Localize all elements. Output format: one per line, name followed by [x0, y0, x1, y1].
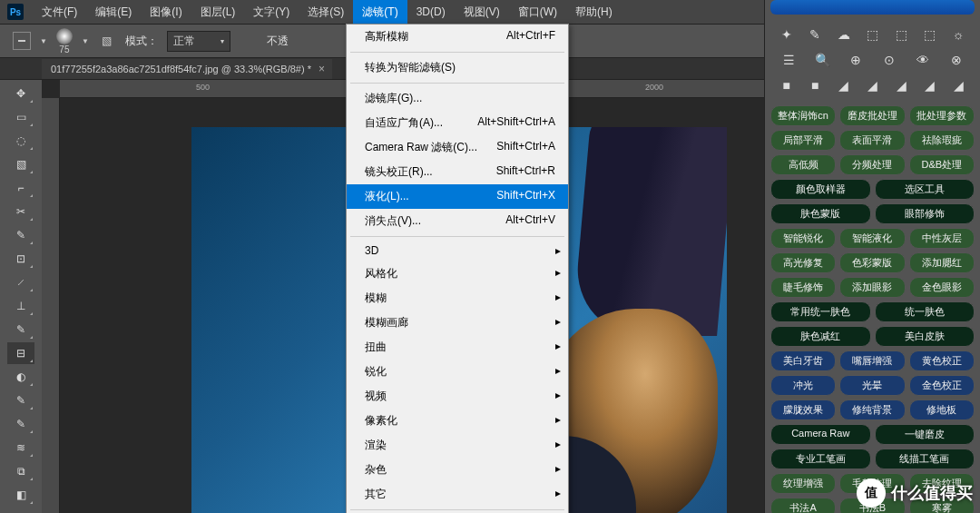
- panel-icon[interactable]: ☁: [835, 25, 853, 44]
- menu-item[interactable]: 窗口(W): [509, 0, 566, 24]
- menu-item[interactable]: 滤镜库(G)...: [347, 86, 568, 111]
- panel-icon[interactable]: ◢: [835, 76, 853, 94]
- action-pill[interactable]: 一键磨皮: [875, 424, 975, 445]
- panel-icon[interactable]: 👁: [914, 51, 932, 69]
- menu-item[interactable]: 自适应广角(A)...Alt+Shift+Ctrl+A: [347, 111, 568, 135]
- menu-item[interactable]: 帮助(H): [566, 0, 622, 24]
- menu-item[interactable]: 选择(S): [299, 0, 353, 24]
- tool-button[interactable]: ◧: [7, 484, 34, 506]
- menu-item[interactable]: 液化(L)...Shift+Ctrl+X: [347, 184, 568, 209]
- panel-icon[interactable]: ⬚: [921, 25, 939, 44]
- action-pill[interactable]: 黄色校正: [909, 350, 975, 371]
- action-pill[interactable]: 嘴唇增强: [839, 350, 905, 371]
- menu-item[interactable]: 图层(L): [191, 0, 245, 24]
- tool-button[interactable]: ⊥: [7, 295, 34, 317]
- action-pill[interactable]: 选区工具: [875, 179, 975, 200]
- brush-panel-icon[interactable]: ▧: [98, 32, 116, 50]
- tool-button[interactable]: ✎: [7, 390, 34, 411]
- panel-icon[interactable]: ■: [778, 76, 796, 94]
- menu-item[interactable]: 高斯模糊Alt+Ctrl+F: [347, 25, 568, 49]
- action-pill[interactable]: 局部平滑: [770, 130, 836, 151]
- chevron-down-icon[interactable]: ▼: [40, 37, 47, 45]
- menu-item[interactable]: 其它▸: [347, 482, 568, 507]
- panel-icon[interactable]: ⬚: [892, 25, 910, 44]
- tool-button[interactable]: ✎: [7, 413, 34, 435]
- panel-icon[interactable]: ✦: [778, 25, 796, 44]
- menu-item[interactable]: 图像(I): [141, 0, 191, 24]
- action-pill[interactable]: 批处理参数: [909, 105, 975, 126]
- tool-button[interactable]: ✥: [7, 83, 34, 104]
- menu-item[interactable]: 文字(Y): [244, 0, 299, 24]
- chevron-down-icon[interactable]: ▼: [82, 37, 89, 45]
- tool-button[interactable]: ✂: [7, 201, 34, 222]
- action-pill[interactable]: 金色眼影: [909, 277, 975, 298]
- menu-item[interactable]: 3D(D): [407, 0, 455, 24]
- tool-button[interactable]: ▧: [7, 153, 34, 175]
- menu-item[interactable]: 文件(F): [33, 0, 86, 24]
- tool-button[interactable]: ◐: [7, 366, 34, 388]
- menu-item[interactable]: 渲染▸: [347, 433, 568, 458]
- tool-button[interactable]: ⊟: [7, 342, 34, 364]
- menu-item[interactable]: Camera Raw 滤镜(C)...Shift+Ctrl+A: [347, 135, 568, 160]
- tool-button[interactable]: ▭: [7, 106, 34, 128]
- panel-icon[interactable]: ⊙: [880, 51, 898, 69]
- menu-item[interactable]: 风格化▸: [347, 261, 568, 286]
- menu-item[interactable]: 3D▸: [347, 240, 568, 261]
- panel-icon[interactable]: ◢: [863, 76, 881, 94]
- tool-button[interactable]: ⊡: [7, 248, 34, 270]
- panel-icon[interactable]: ✎: [806, 25, 824, 44]
- menu-item[interactable]: 锐化▸: [347, 360, 568, 384]
- panel-icon[interactable]: ☼: [949, 25, 967, 44]
- tool-button[interactable]: ≋: [7, 437, 34, 459]
- action-pill[interactable]: 专业工笔画: [770, 449, 871, 469]
- panel-icon[interactable]: ⊕: [847, 51, 865, 69]
- panel-icon[interactable]: ◢: [892, 76, 910, 94]
- tool-button[interactable]: ⧉: [7, 460, 34, 482]
- menu-item[interactable]: 编辑(E): [86, 0, 141, 24]
- action-pill[interactable]: 高光修复: [770, 252, 836, 273]
- action-pill[interactable]: 书法A: [770, 498, 836, 513]
- mode-dropdown[interactable]: 正常 ▾: [167, 31, 230, 52]
- action-pill[interactable]: 睫毛修饰: [770, 277, 836, 298]
- action-pill[interactable]: Camera Raw: [770, 424, 871, 445]
- action-pill[interactable]: 修地板: [909, 400, 975, 420]
- action-pill[interactable]: 常用统一肤色: [770, 301, 871, 322]
- tool-button[interactable]: ⟋: [7, 271, 34, 293]
- action-pill[interactable]: 智能液化: [839, 228, 905, 249]
- close-icon[interactable]: ×: [318, 63, 325, 75]
- tool-button[interactable]: ◌: [7, 130, 34, 152]
- action-pill[interactable]: 整体润饰cn: [770, 105, 836, 126]
- action-pill[interactable]: 分频处理: [839, 154, 905, 175]
- action-pill[interactable]: 修纯背景: [839, 400, 905, 420]
- action-pill[interactable]: 磨皮批处理: [839, 105, 905, 126]
- action-pill[interactable]: 颜色取样器: [770, 179, 871, 200]
- action-pill[interactable]: 眼部修饰: [875, 203, 975, 224]
- panel-icon[interactable]: ☰: [779, 51, 798, 69]
- menu-item[interactable]: 模糊画廊▸: [347, 311, 568, 335]
- action-pill[interactable]: 智能锐化: [770, 228, 836, 249]
- action-pill[interactable]: 添加腮红: [909, 252, 975, 273]
- action-pill[interactable]: 色彩蒙版: [839, 252, 905, 273]
- action-pill[interactable]: D&B处理: [909, 154, 975, 175]
- menu-item[interactable]: 视频▸: [347, 384, 568, 409]
- action-pill[interactable]: 祛除瑕疵: [909, 130, 975, 151]
- menu-item[interactable]: 转换为智能滤镜(S): [347, 55, 568, 80]
- menu-item[interactable]: 镜头校正(R)...Shift+Ctrl+R: [347, 160, 568, 184]
- panel-icon[interactable]: 🔍: [813, 51, 831, 69]
- action-pill[interactable]: 光晕: [839, 375, 905, 396]
- action-pill[interactable]: 美白牙齿: [770, 350, 836, 371]
- panel-icon[interactable]: ◢: [949, 76, 967, 94]
- tool-button[interactable]: ⌐: [7, 177, 34, 199]
- action-pill[interactable]: 表面平滑: [839, 130, 905, 151]
- panel-icon[interactable]: ◢: [921, 76, 939, 94]
- action-pill[interactable]: 线描工笔画: [875, 449, 975, 469]
- panel-icon[interactable]: ⊗: [947, 51, 965, 69]
- action-pill[interactable]: 美白皮肤: [875, 326, 975, 347]
- tool-button[interactable]: ✎: [7, 224, 34, 246]
- menu-item[interactable]: 视图(V): [455, 0, 509, 24]
- menu-item[interactable]: 像素化▸: [347, 409, 568, 433]
- menu-item[interactable]: 滤镜(T): [353, 0, 407, 24]
- action-pill[interactable]: 统一肤色: [875, 301, 975, 322]
- menu-item[interactable]: 消失点(V)...Alt+Ctrl+V: [347, 209, 568, 233]
- action-pill[interactable]: 肤色蒙版: [770, 203, 871, 224]
